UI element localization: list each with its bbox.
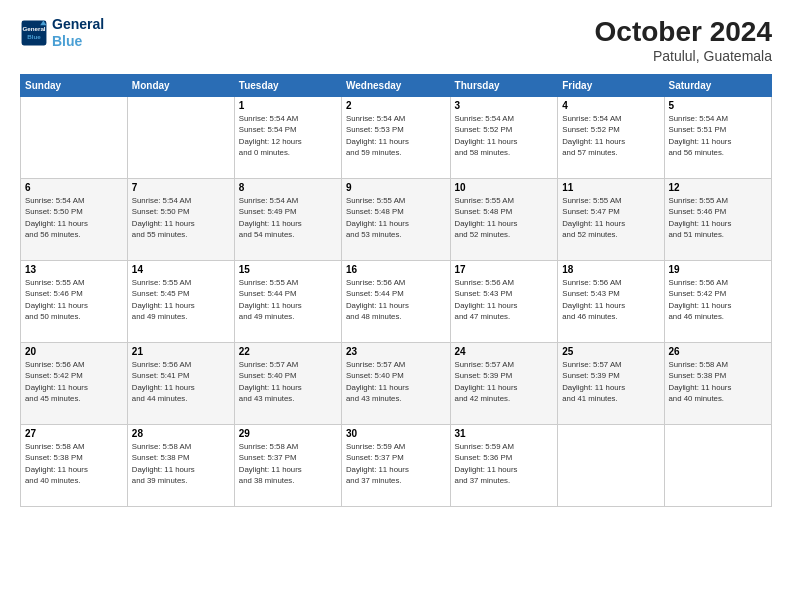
day-info: Sunrise: 5:57 AM Sunset: 5:39 PM Dayligh…: [562, 359, 659, 404]
calendar-cell: [21, 97, 128, 179]
calendar-cell: 26Sunrise: 5:58 AM Sunset: 5:38 PM Dayli…: [664, 343, 771, 425]
day-number: 12: [669, 182, 767, 193]
calendar-cell: [558, 425, 664, 507]
day-number: 20: [25, 346, 123, 357]
calendar-cell: 15Sunrise: 5:55 AM Sunset: 5:44 PM Dayli…: [234, 261, 341, 343]
calendar-cell: 18Sunrise: 5:56 AM Sunset: 5:43 PM Dayli…: [558, 261, 664, 343]
svg-text:Blue: Blue: [27, 33, 41, 40]
day-number: 18: [562, 264, 659, 275]
calendar-cell: 20Sunrise: 5:56 AM Sunset: 5:42 PM Dayli…: [21, 343, 128, 425]
calendar-week-5: 27Sunrise: 5:58 AM Sunset: 5:38 PM Dayli…: [21, 425, 772, 507]
calendar-header: SundayMondayTuesdayWednesdayThursdayFrid…: [21, 75, 772, 97]
day-info: Sunrise: 5:58 AM Sunset: 5:37 PM Dayligh…: [239, 441, 337, 486]
calendar-cell: 13Sunrise: 5:55 AM Sunset: 5:46 PM Dayli…: [21, 261, 128, 343]
page: General Blue General Blue October 2024 P…: [0, 0, 792, 612]
calendar-week-3: 13Sunrise: 5:55 AM Sunset: 5:46 PM Dayli…: [21, 261, 772, 343]
day-info: Sunrise: 5:59 AM Sunset: 5:37 PM Dayligh…: [346, 441, 446, 486]
day-number: 14: [132, 264, 230, 275]
day-info: Sunrise: 5:56 AM Sunset: 5:43 PM Dayligh…: [455, 277, 554, 322]
calendar-cell: 19Sunrise: 5:56 AM Sunset: 5:42 PM Dayli…: [664, 261, 771, 343]
calendar: SundayMondayTuesdayWednesdayThursdayFrid…: [20, 74, 772, 507]
day-number: 28: [132, 428, 230, 439]
weekday-header-thursday: Thursday: [450, 75, 558, 97]
weekday-header-tuesday: Tuesday: [234, 75, 341, 97]
day-number: 4: [562, 100, 659, 111]
calendar-cell: 11Sunrise: 5:55 AM Sunset: 5:47 PM Dayli…: [558, 179, 664, 261]
day-info: Sunrise: 5:54 AM Sunset: 5:52 PM Dayligh…: [562, 113, 659, 158]
day-info: Sunrise: 5:55 AM Sunset: 5:46 PM Dayligh…: [25, 277, 123, 322]
calendar-cell: 7Sunrise: 5:54 AM Sunset: 5:50 PM Daylig…: [127, 179, 234, 261]
calendar-cell: 30Sunrise: 5:59 AM Sunset: 5:37 PM Dayli…: [341, 425, 450, 507]
calendar-cell: 5Sunrise: 5:54 AM Sunset: 5:51 PM Daylig…: [664, 97, 771, 179]
day-info: Sunrise: 5:56 AM Sunset: 5:41 PM Dayligh…: [132, 359, 230, 404]
calendar-cell: 2Sunrise: 5:54 AM Sunset: 5:53 PM Daylig…: [341, 97, 450, 179]
calendar-cell: 29Sunrise: 5:58 AM Sunset: 5:37 PM Dayli…: [234, 425, 341, 507]
day-number: 6: [25, 182, 123, 193]
logo: General Blue General Blue: [20, 16, 104, 50]
day-number: 21: [132, 346, 230, 357]
day-number: 7: [132, 182, 230, 193]
weekday-header-monday: Monday: [127, 75, 234, 97]
weekday-header-friday: Friday: [558, 75, 664, 97]
calendar-cell: 17Sunrise: 5:56 AM Sunset: 5:43 PM Dayli…: [450, 261, 558, 343]
calendar-cell: 8Sunrise: 5:54 AM Sunset: 5:49 PM Daylig…: [234, 179, 341, 261]
calendar-cell: 3Sunrise: 5:54 AM Sunset: 5:52 PM Daylig…: [450, 97, 558, 179]
day-info: Sunrise: 5:58 AM Sunset: 5:38 PM Dayligh…: [25, 441, 123, 486]
day-number: 5: [669, 100, 767, 111]
day-number: 26: [669, 346, 767, 357]
calendar-cell: 24Sunrise: 5:57 AM Sunset: 5:39 PM Dayli…: [450, 343, 558, 425]
day-info: Sunrise: 5:59 AM Sunset: 5:36 PM Dayligh…: [455, 441, 554, 486]
calendar-cell: [127, 97, 234, 179]
day-info: Sunrise: 5:54 AM Sunset: 5:52 PM Dayligh…: [455, 113, 554, 158]
day-info: Sunrise: 5:56 AM Sunset: 5:44 PM Dayligh…: [346, 277, 446, 322]
day-number: 19: [669, 264, 767, 275]
day-info: Sunrise: 5:56 AM Sunset: 5:43 PM Dayligh…: [562, 277, 659, 322]
day-info: Sunrise: 5:57 AM Sunset: 5:39 PM Dayligh…: [455, 359, 554, 404]
logo-text-general: General: [52, 16, 104, 33]
day-info: Sunrise: 5:54 AM Sunset: 5:50 PM Dayligh…: [25, 195, 123, 240]
day-number: 10: [455, 182, 554, 193]
calendar-week-4: 20Sunrise: 5:56 AM Sunset: 5:42 PM Dayli…: [21, 343, 772, 425]
day-info: Sunrise: 5:55 AM Sunset: 5:48 PM Dayligh…: [346, 195, 446, 240]
day-info: Sunrise: 5:55 AM Sunset: 5:44 PM Dayligh…: [239, 277, 337, 322]
calendar-cell: 16Sunrise: 5:56 AM Sunset: 5:44 PM Dayli…: [341, 261, 450, 343]
calendar-cell: 28Sunrise: 5:58 AM Sunset: 5:38 PM Dayli…: [127, 425, 234, 507]
title-block: October 2024 Patulul, Guatemala: [595, 16, 772, 64]
logo-text-blue: Blue: [52, 33, 104, 50]
day-info: Sunrise: 5:54 AM Sunset: 5:53 PM Dayligh…: [346, 113, 446, 158]
location: Patulul, Guatemala: [595, 48, 772, 64]
day-info: Sunrise: 5:57 AM Sunset: 5:40 PM Dayligh…: [346, 359, 446, 404]
calendar-cell: [664, 425, 771, 507]
day-number: 27: [25, 428, 123, 439]
weekday-header-row: SundayMondayTuesdayWednesdayThursdayFrid…: [21, 75, 772, 97]
calendar-cell: 4Sunrise: 5:54 AM Sunset: 5:52 PM Daylig…: [558, 97, 664, 179]
calendar-cell: 31Sunrise: 5:59 AM Sunset: 5:36 PM Dayli…: [450, 425, 558, 507]
calendar-body: 1Sunrise: 5:54 AM Sunset: 5:54 PM Daylig…: [21, 97, 772, 507]
day-number: 29: [239, 428, 337, 439]
day-number: 15: [239, 264, 337, 275]
calendar-week-1: 1Sunrise: 5:54 AM Sunset: 5:54 PM Daylig…: [21, 97, 772, 179]
day-number: 30: [346, 428, 446, 439]
day-number: 3: [455, 100, 554, 111]
day-number: 25: [562, 346, 659, 357]
calendar-cell: 14Sunrise: 5:55 AM Sunset: 5:45 PM Dayli…: [127, 261, 234, 343]
day-number: 22: [239, 346, 337, 357]
day-info: Sunrise: 5:55 AM Sunset: 5:45 PM Dayligh…: [132, 277, 230, 322]
day-number: 24: [455, 346, 554, 357]
month-title: October 2024: [595, 16, 772, 48]
day-info: Sunrise: 5:56 AM Sunset: 5:42 PM Dayligh…: [25, 359, 123, 404]
logo-icon: General Blue: [20, 19, 48, 47]
calendar-cell: 10Sunrise: 5:55 AM Sunset: 5:48 PM Dayli…: [450, 179, 558, 261]
day-number: 16: [346, 264, 446, 275]
weekday-header-saturday: Saturday: [664, 75, 771, 97]
svg-text:General: General: [22, 25, 45, 32]
calendar-cell: 6Sunrise: 5:54 AM Sunset: 5:50 PM Daylig…: [21, 179, 128, 261]
day-info: Sunrise: 5:56 AM Sunset: 5:42 PM Dayligh…: [669, 277, 767, 322]
calendar-cell: 9Sunrise: 5:55 AM Sunset: 5:48 PM Daylig…: [341, 179, 450, 261]
day-number: 23: [346, 346, 446, 357]
day-info: Sunrise: 5:55 AM Sunset: 5:48 PM Dayligh…: [455, 195, 554, 240]
day-info: Sunrise: 5:58 AM Sunset: 5:38 PM Dayligh…: [669, 359, 767, 404]
day-info: Sunrise: 5:54 AM Sunset: 5:49 PM Dayligh…: [239, 195, 337, 240]
calendar-cell: 23Sunrise: 5:57 AM Sunset: 5:40 PM Dayli…: [341, 343, 450, 425]
day-number: 1: [239, 100, 337, 111]
